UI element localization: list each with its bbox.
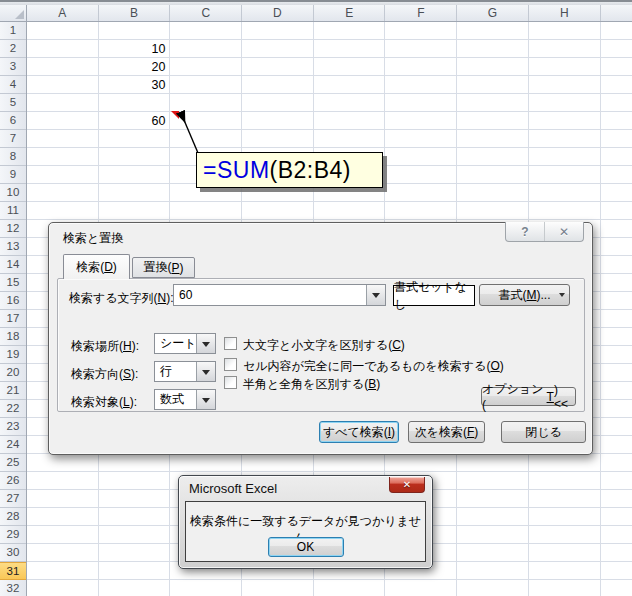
message-box-panel: 検索条件に一致するデータが見つかりません。 OK [185,501,426,562]
row-header-19[interactable]: 19 [0,346,26,364]
close-button[interactable]: 閉じる [501,421,586,443]
search-string-label: 検索する文字列(N): [69,290,174,307]
search-text-input[interactable]: 60 [179,285,192,305]
match-entire-cell-checkbox[interactable] [224,358,237,371]
row-header-9[interactable]: 9 [0,166,26,184]
row-header-14[interactable]: 14 [0,256,26,274]
column-header-D[interactable]: D [242,5,314,21]
search-direction-dropdown-button[interactable] [196,362,215,381]
row-header-26[interactable]: 26 [0,472,26,490]
row-header-15[interactable]: 15 [0,274,26,292]
cell-comment: =SUM(B2:B4) [196,152,383,188]
row-header-3[interactable]: 3 [0,58,26,76]
row-header-30[interactable]: 30 [0,544,26,562]
close-dialog-button[interactable]: ✕ [544,222,583,241]
row-header-28[interactable]: 28 [0,508,26,526]
message-box-close-button[interactable]: ✕ [389,477,425,493]
comment-formula-args: (B2:B4) [270,157,351,184]
format-preview-box: 書式セットなし [393,285,475,306]
search-direction-combobox[interactable]: 行 [154,361,216,382]
ok-button[interactable]: OK [268,537,344,557]
row-header-21[interactable]: 21 [0,382,26,400]
excel-window: ABCDEFGH 1234567891011121314151617181920… [0,0,632,596]
row-header-18[interactable]: 18 [0,328,26,346]
help-icon: ? [521,225,528,239]
tab-find[interactable]: 検索(D) [63,254,130,279]
search-target-label: 検索対象(L): [71,394,137,411]
row-header-31[interactable]: 31 [0,562,26,580]
row-header-24[interactable]: 24 [0,436,26,454]
search-dropdown-button[interactable] [366,285,385,305]
column-header-C[interactable]: C [170,5,242,21]
find-next-button[interactable]: 次を検索(F) [408,421,485,443]
row-header-17[interactable]: 17 [0,310,26,328]
select-all-triangle-icon [15,10,24,19]
row-header-23[interactable]: 23 [0,418,26,436]
row-header-32[interactable]: 32 [0,580,26,596]
row-headers: 1234567891011121314151617181920212223242… [0,22,27,596]
select-all-corner[interactable] [0,5,27,22]
chevron-down-icon [202,342,210,351]
tab-replace-label: 置換( [143,259,171,276]
column-header-F[interactable]: F [386,5,458,21]
row-header-8[interactable]: 8 [0,148,26,166]
match-byte-width-checkbox[interactable] [224,376,237,389]
row-header-6[interactable]: 6 [0,112,26,130]
chevron-down-icon [202,370,210,379]
cell-B6[interactable]: 60 [99,112,166,130]
column-header-G[interactable]: G [457,5,529,21]
column-header-H[interactable]: H [529,5,601,21]
search-within-combobox[interactable]: シート [154,333,216,354]
find-all-button[interactable]: すべて検索(I) [319,421,399,443]
help-button[interactable]: ? [506,222,544,241]
search-within-label: 検索場所(H): [71,338,139,355]
dialog-title: 検索と置換 [63,230,123,247]
comment-formula-function: =SUM [203,157,270,184]
column-headers: ABCDEFGH [27,5,632,22]
search-string-combobox[interactable]: 60 [173,284,386,306]
cell-B3[interactable]: 20 [99,58,166,76]
row-header-7[interactable]: 7 [0,130,26,148]
cell-B4[interactable]: 30 [99,76,166,94]
tab-replace[interactable]: 置換(P) [132,257,195,278]
search-target-dropdown-button[interactable] [196,390,215,409]
format-button[interactable]: 書式(M)... [479,284,570,306]
message-box-title: Microsoft Excel [189,481,277,496]
row-header-11[interactable]: 11 [0,202,26,220]
search-direction-label: 検索方向(S): [71,366,138,383]
match-case-label[interactable]: 大文字と小文字を区別する(C) [243,337,405,354]
row-header-10[interactable]: 10 [0,184,26,202]
options-button[interactable]: オプション(T) << [481,387,576,406]
row-header-25[interactable]: 25 [0,454,26,472]
row-header-4[interactable]: 4 [0,76,26,94]
row-header-1[interactable]: 1 [0,22,26,40]
match-case-checkbox[interactable] [224,337,237,350]
tab-find-label: 検索( [76,259,104,276]
dialog-system-buttons: ? ✕ [505,222,584,242]
column-header-E[interactable]: E [314,5,386,21]
row-header-13[interactable]: 13 [0,238,26,256]
row-header-20[interactable]: 20 [0,364,26,382]
search-target-combobox[interactable]: 数式 [154,389,216,410]
match-entire-cell-label[interactable]: セル内容が完全に同一であるものを検索する(O) [243,358,504,375]
column-header-B[interactable]: B [99,5,171,21]
chevron-down-icon [372,293,380,302]
row-header-27[interactable]: 27 [0,490,26,508]
row-header-16[interactable]: 16 [0,292,26,310]
column-header-A[interactable]: A [27,5,99,21]
message-box: Microsoft Excel ✕ 検索条件に一致するデータが見つかりません。 … [178,475,433,569]
close-icon: ✕ [403,479,411,490]
row-header-2[interactable]: 2 [0,40,26,58]
row-header-12[interactable]: 12 [0,220,26,238]
row-header-5[interactable]: 5 [0,94,26,112]
row-header-29[interactable]: 29 [0,526,26,544]
row-header-22[interactable]: 22 [0,400,26,418]
close-icon: ✕ [559,225,569,239]
format-dropdown-arrow-icon[interactable] [559,293,565,300]
cell-B2[interactable]: 10 [99,40,166,58]
chevron-down-icon [202,398,210,407]
find-replace-dialog: 検索と置換 ? ✕ 検索(D) 置換(P) 検索する文字列(N): 60 書式セ… [48,222,593,455]
search-within-dropdown-button[interactable] [196,334,215,353]
match-byte-width-label[interactable]: 半角と全角を区別する(B) [243,376,380,393]
